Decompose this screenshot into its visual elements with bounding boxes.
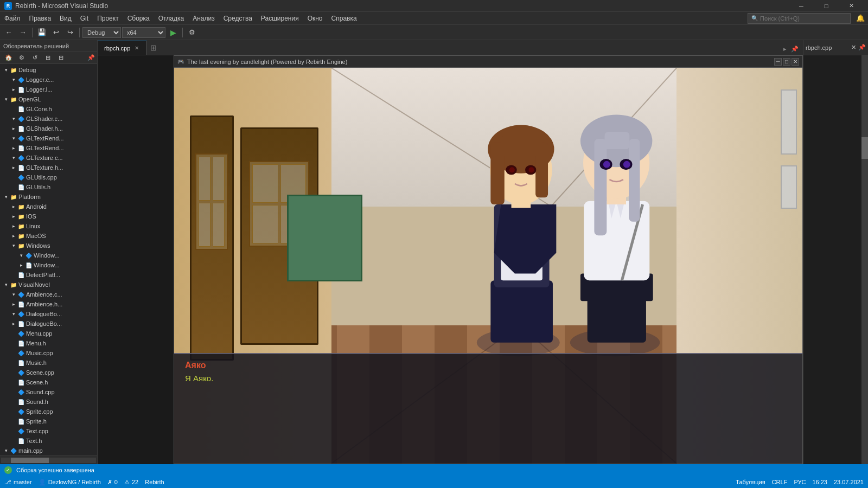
menu-edit[interactable]: Правка (25, 12, 56, 24)
se-expand-btn[interactable]: ⊞ (41, 52, 54, 64)
tree-item-glshader-cpp[interactable]: ▾ 🔷 GLShader.c... (0, 114, 97, 124)
se-home-btn[interactable]: 🏠 (2, 52, 15, 64)
toolbar-back[interactable]: ← (2, 27, 15, 38)
se-refresh-btn[interactable]: ↺ (28, 52, 41, 64)
tree-item-windows[interactable]: ▾ 📁 Windows (0, 241, 97, 251)
tree-item-logger-cpp[interactable]: ▾ 🔷 Logger.c... (0, 75, 97, 85)
tree-item-glutils-h[interactable]: 📄 GLUtils.h (0, 182, 97, 192)
tree-item-opengl[interactable]: ▾ 📁 OpenGL (0, 94, 97, 104)
tree-item-linux[interactable]: ▸ 📁 Linux (0, 221, 97, 231)
tree-item-text-h[interactable]: 📄 Text.h (0, 436, 97, 446)
toolbar-attach[interactable]: ⚙ (186, 27, 199, 38)
menu-git[interactable]: Git (76, 12, 93, 24)
platform-dropdown[interactable]: x64 x86 (122, 27, 165, 38)
tree-item-sound-cpp[interactable]: 🔷 Sound.cpp (0, 387, 97, 397)
tree-item-scene-h[interactable]: 📄 Scene.h (0, 377, 97, 387)
tree-item-window-cpp[interactable]: ▾ 🔷 Window... (0, 251, 97, 260)
scrollbar-thumb-right[interactable] (861, 137, 868, 159)
menu-project[interactable]: Проект (93, 12, 123, 24)
tree-item-debug[interactable]: ▾ 📁 Debug (0, 65, 97, 75)
dialogue-box[interactable]: Аяко Я Аяко. (174, 353, 802, 464)
tree-item-dialoguebox-cpp[interactable]: ▾ 🔷 DialogueBo... (0, 309, 97, 319)
toolbar-redo[interactable]: ↪ (63, 27, 76, 38)
tree-item-main-cpp[interactable]: ▾ 🔷 main.cpp (0, 446, 97, 455)
file-icon-music-cpp: 🔷 (17, 349, 25, 357)
tree-item-menu-cpp[interactable]: 🔷 Menu.cpp (0, 329, 97, 338)
se-pin-btn[interactable]: 📌 (87, 54, 95, 62)
tree-item-sound-h[interactable]: 📄 Sound.h (0, 397, 97, 407)
tree-item-scene-cpp[interactable]: 🔷 Scene.cpp (0, 368, 97, 377)
svg-marker-8 (494, 204, 557, 273)
tree-item-detectplatf[interactable]: 📄 DetectPlatf... (0, 270, 97, 280)
tree-container[interactable]: ▾ 📁 Debug ▾ 🔷 Logger.c... ▸ 📄 Logger.l..… (0, 64, 97, 455)
status-bar-right: Табуляция CRLF РУС 16:23 23.07.2021 (736, 479, 864, 485)
tab-scroll-right[interactable]: ▸ (781, 43, 789, 55)
tree-item-gltextrendc[interactable]: ▾ 🔷 GLTextRend... (0, 133, 97, 143)
status-errors[interactable]: ✗ 0 (107, 479, 118, 486)
tree-item-menu-h[interactable]: 📄 Menu.h (0, 338, 97, 348)
game-restore-button[interactable]: □ (783, 58, 790, 66)
horizontal-scrollbar[interactable] (1, 458, 96, 463)
game-scene[interactable]: Аяко Я Аяко. (174, 68, 802, 464)
right-panel-close[interactable]: ✕ (851, 44, 856, 51)
se-collapse-btn[interactable]: ⊟ (54, 52, 67, 64)
status-user[interactable]: 👤 DezlowNG / Rebirth (39, 479, 101, 486)
menu-help[interactable]: Справка (327, 12, 361, 24)
menu-file[interactable]: Файл (0, 12, 25, 24)
tree-item-ambience-cpp[interactable]: ▾ 🔷 Ambience.c... (0, 290, 97, 299)
status-warnings[interactable]: ⚠ 22 (124, 479, 138, 486)
close-button[interactable]: ✕ (839, 0, 864, 12)
toolbar-save[interactable]: 💾 (35, 27, 48, 38)
build-config-dropdown[interactable]: Debug Release (82, 27, 121, 38)
game-minimize-button[interactable]: ─ (774, 58, 782, 66)
tree-item-visualnovel[interactable]: ▾ 📁 VisualNovel (0, 280, 97, 290)
se-settings-btn[interactable]: ⚙ (15, 52, 28, 64)
search-input[interactable] (760, 15, 847, 22)
toolbar-run[interactable]: ▶ (167, 27, 180, 38)
tree-item-text-cpp[interactable]: 🔷 Text.cpp (0, 426, 97, 436)
tree-item-ios[interactable]: ▸ 📁 IOS (0, 211, 97, 221)
tree-item-dialoguebox-h[interactable]: ▸ 📄 DialogueBo... (0, 319, 97, 329)
tree-item-gltextureh[interactable]: ▸ 📄 GLTexture.h... (0, 163, 97, 172)
right-panel-pin[interactable]: 📌 (858, 44, 866, 51)
tab-add-button[interactable]: ⊞ (147, 41, 160, 55)
tab-pin-button[interactable]: 📌 (789, 43, 801, 55)
tab-rbpch-cpp[interactable]: rbpch.cpp ✕ (98, 41, 147, 55)
tree-item-android[interactable]: ▸ 📁 Android (0, 202, 97, 211)
tree-item-logger-h[interactable]: ▸ 📄 Logger.l... (0, 85, 97, 94)
tree-item-music-cpp[interactable]: 🔷 Music.cpp (0, 348, 97, 358)
tree-item-window-h[interactable]: ▸ 📄 Window... (0, 260, 97, 270)
menu-build[interactable]: Сборка (123, 12, 154, 24)
toolbar-forward[interactable]: → (16, 27, 29, 38)
tab-close-rbpch-cpp[interactable]: ✕ (133, 44, 140, 52)
game-close-button[interactable]: ✕ (792, 58, 799, 66)
tree-item-sprite-h[interactable]: 📄 Sprite.h (0, 416, 97, 426)
menu-analyze[interactable]: Анализ (188, 12, 219, 24)
restore-button[interactable]: □ (814, 0, 839, 12)
menu-debug[interactable]: Отладка (154, 12, 188, 24)
minimize-button[interactable]: ─ (789, 0, 814, 12)
status-branch[interactable]: ⎇ master (4, 479, 32, 486)
game-floating-titlebar-left: 🎮 The last evening by candlelight (Power… (177, 59, 347, 65)
tree-item-sprite-cpp[interactable]: 🔷 Sprite.cpp (0, 407, 97, 416)
tree-item-music-h[interactable]: 📄 Music.h (0, 358, 97, 368)
tree-item-platform[interactable]: ▾ 📁 Platform (0, 192, 97, 202)
toolbar-undo[interactable]: ↩ (49, 27, 62, 38)
tree-item-ambience-h[interactable]: ▸ 📄 Ambience.h... (0, 299, 97, 309)
solution-explorer-scroll-bottom (0, 455, 97, 464)
menu-view[interactable]: Вид (55, 12, 76, 24)
tree-item-glshader-h[interactable]: ▸ 📄 GLShader.h... (0, 124, 97, 133)
status-repo[interactable]: Rebirth (145, 479, 164, 485)
game-window-title: The last evening by candlelight (Powered… (187, 59, 347, 65)
tree-item-macos[interactable]: ▸ 📁 MacOS (0, 231, 97, 241)
tree-item-gltexturec[interactable]: ▾ 🔷 GLTexture.c... (0, 153, 97, 163)
tree-item-gltextrendh[interactable]: ▸ 📄 GLTextRend... (0, 143, 97, 153)
menu-tools[interactable]: Средства (219, 12, 257, 24)
tree-item-glcore-h[interactable]: 📄 GLCore.h (0, 104, 97, 114)
tree-item-glutils-cpp[interactable]: 🔷 GLUtils.cpp (0, 172, 97, 182)
notification-icon[interactable]: 🔔 (853, 11, 868, 26)
tree-label-detectplatf: DetectPlatf... (26, 272, 60, 278)
menu-window[interactable]: Окно (303, 12, 327, 24)
search-box[interactable]: 🔍 (748, 13, 851, 24)
menu-extensions[interactable]: Расширения (257, 12, 303, 24)
